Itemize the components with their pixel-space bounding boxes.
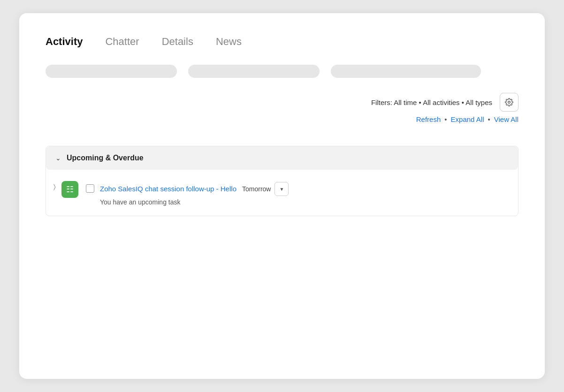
task-checkbox[interactable] (86, 184, 94, 193)
dropdown-arrow-icon: ▼ (280, 187, 284, 192)
tabs-container: Activity Chatter Details News (46, 36, 518, 50)
tab-details[interactable]: Details (162, 36, 193, 50)
task-top-row: Zoho SalesIQ chat session follow-up - He… (86, 181, 511, 196)
tab-news[interactable]: News (216, 36, 242, 50)
section-title: Upcoming & Overdue (67, 154, 144, 162)
task-item: 〉 ☷ Zoho SalesIQ chat session follow-up … (53, 172, 511, 210)
skeleton-bar-3 (331, 65, 481, 78)
task-list-icon: ☷ (66, 184, 74, 195)
expand-all-link[interactable]: Expand All (451, 115, 484, 123)
filters-text: Filters: All time • All activities • All… (371, 98, 492, 106)
skeleton-row (46, 65, 518, 78)
task-icon-wrapper: ☷ (61, 181, 78, 198)
filters-area: Filters: All time • All activities • All… (46, 93, 518, 112)
upcoming-overdue-section: ⌄ Upcoming & Overdue 〉 ☷ Zoho SalesIQ ch… (46, 146, 518, 216)
dot-2: • (488, 115, 490, 123)
skeleton-bar-1 (46, 65, 177, 78)
task-description: You have an upcoming task (100, 198, 181, 206)
chevron-down-icon: ⌄ (55, 154, 61, 162)
task-expand-arrow[interactable]: 〉 (53, 183, 56, 191)
dot-1: • (444, 115, 447, 123)
task-content: Zoho SalesIQ chat session follow-up - He… (84, 181, 511, 206)
view-all-link[interactable]: View All (494, 115, 518, 123)
skeleton-bar-2 (188, 65, 320, 78)
task-dropdown-button[interactable]: ▼ (274, 182, 289, 196)
section-header[interactable]: ⌄ Upcoming & Overdue (46, 146, 518, 170)
tab-chatter[interactable]: Chatter (105, 36, 139, 50)
actions-row: Refresh • Expand All • View All (46, 115, 518, 123)
filters-gear-button[interactable] (500, 93, 518, 112)
main-card: Activity Chatter Details News Filters: A… (19, 13, 545, 379)
svg-point-0 (508, 101, 511, 104)
refresh-link[interactable]: Refresh (416, 115, 441, 123)
tab-activity[interactable]: Activity (46, 36, 83, 50)
gear-icon (505, 98, 513, 106)
task-title-link[interactable]: Zoho SalesIQ chat session follow-up - He… (100, 185, 236, 193)
task-due-date: Tomorrow (242, 185, 271, 193)
task-right: Tomorrow ▼ (242, 182, 289, 196)
section-body: 〉 ☷ Zoho SalesIQ chat session follow-up … (46, 170, 518, 216)
